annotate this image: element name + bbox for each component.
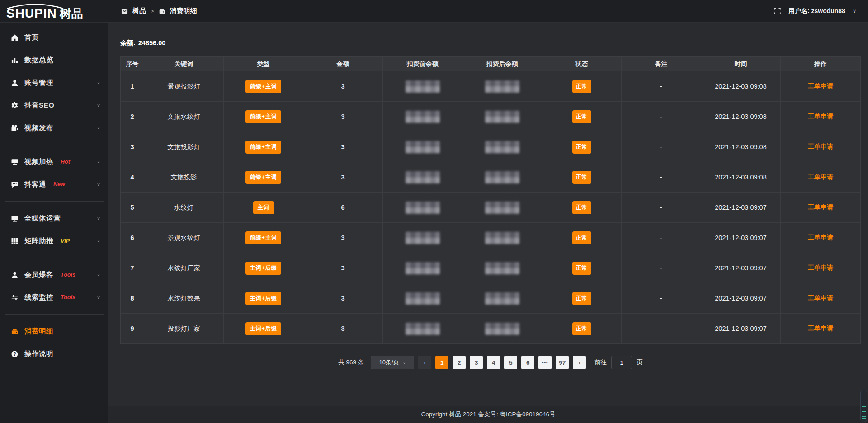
- work-order-link[interactable]: 工单申请: [808, 264, 833, 272]
- goto-page-input[interactable]: [611, 356, 632, 369]
- breadcrumb: 树品 > 消费明细: [121, 7, 197, 15]
- cell-keyword: 景观水纹灯: [144, 223, 224, 253]
- work-order-link[interactable]: 工单申请: [808, 324, 833, 333]
- sidebar-item-video-heat[interactable]: 视频加热 Hot ∨: [0, 150, 108, 173]
- work-order-link[interactable]: 工单申请: [808, 143, 833, 151]
- sidebar-item-video-publish[interactable]: 视频发布 ∨: [0, 117, 108, 139]
- page-size-select[interactable]: 10条/页 ∨: [371, 356, 414, 369]
- redacted-value: [485, 202, 519, 214]
- floating-widget[interactable]: [860, 390, 867, 422]
- chevron-down-icon: ∨: [97, 295, 100, 300]
- cell-time: 2021-12-03 09:07: [701, 283, 781, 314]
- goto-page: 前往 页: [594, 356, 643, 369]
- cell-balance-after: [462, 132, 542, 162]
- sidebar-item-member-burst[interactable]: 会员爆客 Tools ∨: [0, 263, 108, 286]
- sidebar-item-data-overview[interactable]: 数据总览: [0, 49, 108, 71]
- logo-text-cn: 树品: [60, 8, 83, 19]
- sidebar-item-home[interactable]: 首页: [0, 26, 108, 49]
- sidebar-item-label: 会员爆客: [24, 270, 53, 280]
- cell-amount: 3: [303, 132, 383, 162]
- cell-time: 2021-12-03 09:08: [701, 102, 781, 132]
- page-button-2[interactable]: 2: [453, 356, 466, 369]
- sidebar-item-matrix-boost[interactable]: 矩阵助推 VIP ∨: [0, 230, 108, 252]
- cell-time: 2021-12-03 09:07: [701, 253, 781, 283]
- sidebar-item-douketong[interactable]: 抖客通 New ∨: [0, 173, 108, 196]
- sidebar-item-leads-monitor[interactable]: 线索监控 Tools ∨: [0, 286, 108, 309]
- chart-icon: [11, 56, 19, 64]
- redacted-value: [485, 232, 519, 244]
- work-order-link[interactable]: 工单申请: [808, 234, 833, 242]
- column-header: 金额: [303, 57, 383, 71]
- grid-icon: [11, 237, 19, 245]
- cell-status: 正常: [542, 71, 622, 102]
- work-order-link[interactable]: 工单申请: [808, 294, 833, 302]
- cell-balance-before: [383, 102, 462, 132]
- prev-page-button[interactable]: ‹: [418, 356, 431, 369]
- cell-balance-after: [462, 283, 542, 314]
- status-badge: 正常: [572, 292, 591, 305]
- redacted-value: [406, 141, 440, 153]
- redacted-value: [485, 111, 519, 123]
- page-button-97[interactable]: 97: [556, 356, 569, 369]
- cell-note: -: [622, 162, 701, 193]
- sidebar-item-label: 视频加热: [24, 157, 53, 167]
- cell-time: 2021-12-03 09:08: [701, 132, 781, 162]
- page-button-3[interactable]: 3: [470, 356, 483, 369]
- cell-time: 2021-12-03 09:07: [701, 193, 781, 223]
- username[interactable]: 用户名: zswodun88: [788, 7, 845, 15]
- page-buttons: 123456•••97: [435, 356, 569, 369]
- sidebar-divider: [5, 145, 104, 145]
- sidebar-item-label: 视频发布: [24, 123, 53, 133]
- table-row: 5 水纹灯 主词 6 正常 - 2021-12-03 09:07 工单申请: [121, 193, 860, 223]
- sidebar-item-douyin-seo[interactable]: 抖音SEO ∨: [0, 94, 108, 117]
- page-button-5[interactable]: 5: [504, 356, 517, 369]
- work-order-link[interactable]: 工单申请: [808, 173, 833, 181]
- sidebar-item-help[interactable]: ? 操作说明: [0, 343, 108, 365]
- chevron-down-icon: ∨: [97, 216, 100, 221]
- cell-keyword: 文旅水纹灯: [144, 102, 224, 132]
- table-row: 7 水纹灯厂家 主词+后缀 3 正常 - 2021-12-03 09:07 工单…: [121, 253, 860, 283]
- sidebar-item-tag: Hot: [61, 159, 70, 165]
- redacted-value: [485, 171, 519, 183]
- breadcrumb-current: 消费明细: [170, 7, 197, 15]
- work-order-link[interactable]: 工单申请: [808, 203, 833, 212]
- cell-amount: 3: [303, 253, 383, 283]
- copyright-text: Copyright 树品 2021 备案号: 粤ICP备09019646号: [421, 410, 555, 418]
- balance-label: 余额:: [120, 39, 136, 47]
- fullscreen-icon[interactable]: [774, 7, 781, 15]
- next-page-button[interactable]: ›: [573, 356, 586, 369]
- page-button-1[interactable]: 1: [435, 356, 448, 369]
- column-header: 序号: [121, 57, 144, 71]
- sidebar-item-consume-detail[interactable]: 消费明细: [0, 320, 108, 343]
- cell-type: 前缀+主词: [224, 71, 303, 102]
- type-badge: 前缀+主词: [245, 110, 282, 123]
- work-order-link[interactable]: 工单申请: [808, 113, 833, 121]
- sidebar-item-account[interactable]: 账号管理 ∨: [0, 71, 108, 94]
- redacted-value: [485, 323, 519, 335]
- redacted-value: [406, 323, 440, 335]
- page-size-value: 10条/页: [379, 358, 399, 367]
- type-badge: 主词+后缀: [245, 322, 282, 335]
- sidebar-item-label: 操作说明: [24, 349, 53, 359]
- work-order-link[interactable]: 工单申请: [808, 82, 833, 90]
- sidebar-item-media-ops[interactable]: 全媒体运营 ∨: [0, 207, 108, 230]
- cell-keyword: 水纹灯: [144, 193, 224, 223]
- breadcrumb-root[interactable]: 树品: [132, 7, 146, 15]
- status-badge: 正常: [572, 141, 591, 154]
- status-badge: 正常: [572, 231, 591, 244]
- cell-time: 2021-12-03 09:07: [701, 314, 781, 344]
- cell-balance-before: [383, 223, 462, 253]
- page-button-4[interactable]: 4: [487, 356, 500, 369]
- cell-keyword: 水纹灯厂家: [144, 253, 224, 283]
- cell-balance-before: [383, 71, 462, 102]
- table-row: 3 文旅投影灯 前缀+主词 3 正常 - 2021-12-03 09:08 工单…: [121, 132, 860, 162]
- cell-status: 正常: [542, 193, 622, 223]
- column-header: 状态: [542, 57, 622, 71]
- page-button-6[interactable]: 6: [521, 356, 534, 369]
- chevron-down-icon[interactable]: ∨: [853, 8, 856, 14]
- ellipsis-page-button[interactable]: •••: [538, 356, 552, 369]
- column-header: 操作: [781, 57, 860, 71]
- cell-action: 工单申请: [781, 132, 860, 162]
- video-icon: [11, 124, 19, 132]
- sidebar-item-tag: VIP: [61, 238, 70, 244]
